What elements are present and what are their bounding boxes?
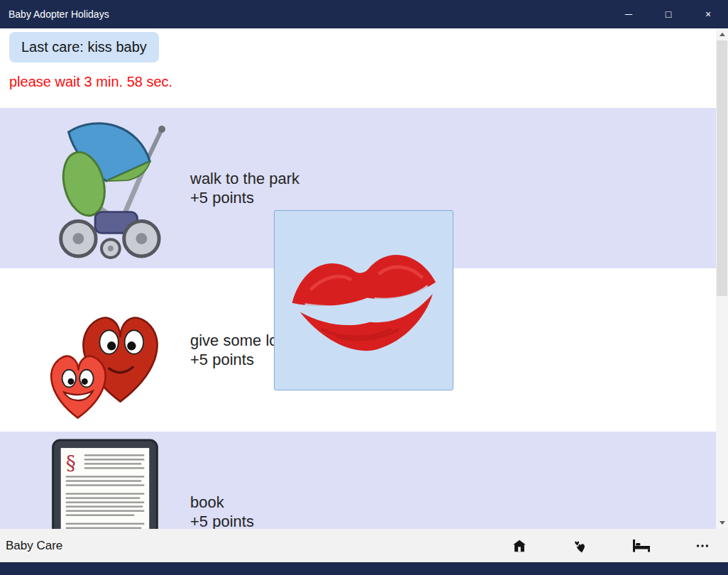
titlebar: Baby Adopter Holidays ─ □ × xyxy=(0,0,728,28)
last-care-badge: Last care: kiss baby xyxy=(9,32,159,62)
arrow-up-icon[interactable] xyxy=(716,28,728,40)
caption-buttons: ─ □ × xyxy=(609,0,728,28)
activity-row-book[interactable]: § xyxy=(0,432,716,529)
stroller-icon xyxy=(39,116,170,261)
book-tablet-icon: § xyxy=(39,439,170,529)
content-area: Last care: kiss baby please wait 3 min. … xyxy=(0,28,728,529)
bottom-bar-icons xyxy=(501,529,721,562)
svg-text:§: § xyxy=(65,451,75,475)
minimize-button[interactable]: ─ xyxy=(609,0,649,28)
bed-icon xyxy=(632,539,651,553)
bottom-bar-label: Baby Care xyxy=(0,539,62,553)
window-title: Baby Adopter Holidays xyxy=(0,9,109,20)
home-button[interactable] xyxy=(501,529,538,562)
activity-points: +5 points xyxy=(190,188,299,207)
love-button[interactable] xyxy=(562,529,599,562)
more-button[interactable] xyxy=(684,529,721,562)
bottom-strip xyxy=(0,562,728,575)
kiss-lips-icon xyxy=(284,220,444,380)
maximize-button[interactable]: □ xyxy=(649,0,688,28)
scrollbar-thumb[interactable] xyxy=(717,40,727,296)
home-icon xyxy=(512,538,527,554)
close-button[interactable]: × xyxy=(688,0,728,28)
activity-text: walk to the park +5 points xyxy=(190,169,299,207)
bottom-app-bar: Baby Care xyxy=(0,529,728,562)
app-window: Baby Adopter Holidays ─ □ × Last care: k… xyxy=(0,0,728,575)
activity-label: book xyxy=(190,493,254,512)
sleep-button[interactable] xyxy=(623,529,660,562)
activity-label: walk to the park xyxy=(190,169,299,188)
kiss-popup xyxy=(274,210,453,390)
wait-message: please wait 3 min. 58 sec. xyxy=(9,74,172,90)
more-icon xyxy=(695,538,710,554)
activity-points: +5 points xyxy=(190,512,254,529)
hearts-icon xyxy=(39,273,170,427)
activity-text: book +5 points xyxy=(190,493,254,529)
love-hearts-icon xyxy=(572,537,589,554)
arrow-down-icon[interactable] xyxy=(716,517,728,529)
vertical-scrollbar[interactable] xyxy=(716,28,728,529)
